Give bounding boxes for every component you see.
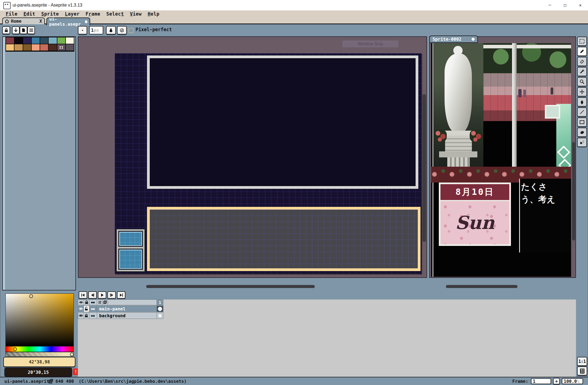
frame-number-field[interactable]: 1 (531, 378, 551, 384)
palette-swatch-r1-4[interactable] (40, 37, 48, 44)
previous-frame-button[interactable] (88, 291, 97, 299)
close-button[interactable]: ✕ (573, 0, 588, 10)
menu-view[interactable]: View (127, 11, 145, 17)
tool-bar (577, 37, 587, 148)
layer-lock-icon-main-panel[interactable] (84, 305, 89, 312)
tool-line[interactable] (577, 107, 587, 117)
ink-type-button[interactable] (117, 26, 127, 34)
last-frame-button[interactable] (117, 291, 125, 299)
preview-horizontal-scrollbar[interactable] (446, 285, 518, 288)
tool-pencil[interactable] (577, 47, 587, 56)
palette-swatch-r1-3[interactable] (32, 37, 40, 44)
layer-onion-icon-main-panel[interactable]: ●● (89, 305, 97, 312)
frame-header-1[interactable]: 1 (157, 299, 163, 305)
zoom-field[interactable]: 100.0% (562, 378, 583, 384)
preview-tab[interactable]: Sprite-0002 (429, 36, 478, 43)
palette-lock-button[interactable] (2, 26, 10, 34)
add-frame-button[interactable]: + (553, 378, 560, 384)
speech-line-1: たくさ (521, 180, 570, 193)
sprite-white-panel (147, 55, 418, 189)
calendar-date: 8月10日 (440, 184, 509, 201)
tool-contour[interactable] (577, 128, 587, 137)
palette-scrollbar[interactable] (3, 37, 5, 290)
modified-indicator-dot (85, 20, 87, 23)
tool-eyedropper[interactable] (577, 67, 587, 76)
title-bar: ui-panels.aseprite - Aseprite v1.3.13 ─ … (0, 0, 588, 11)
timeline-toggle-button[interactable] (577, 366, 587, 375)
menu-layer[interactable]: Layer (62, 11, 83, 17)
color-gradient-picker[interactable] (5, 293, 74, 346)
layer-name-main-panel[interactable]: main-panel (97, 305, 157, 312)
menu-select[interactable]: Select (103, 11, 127, 17)
menu-sprite[interactable]: Sprite (38, 11, 62, 17)
next-frame-button[interactable] (107, 291, 116, 299)
layer-cel-main-panel[interactable] (157, 305, 163, 312)
menu-file[interactable]: File (3, 11, 20, 17)
tab-home[interactable]: Home X (2, 17, 45, 24)
palette-swatch-r1-0[interactable] (6, 37, 14, 44)
layer-name-background[interactable]: background (97, 312, 157, 319)
palette-swatch-r1-1[interactable] (14, 37, 22, 44)
artwork-white-line (433, 43, 433, 277)
palette-options-menu-button[interactable] (27, 26, 35, 34)
layer-onion-icon-background[interactable]: ●● (89, 312, 97, 319)
palette-sort-button[interactable] (12, 26, 20, 34)
pixel-perfect-checkbox[interactable] (128, 28, 134, 33)
minimize-button[interactable]: ─ (542, 0, 557, 10)
layer-lock-icon-background[interactable] (84, 312, 89, 319)
canvas-horizontal-scrollbar[interactable] (146, 285, 315, 288)
tool-jumble[interactable] (577, 138, 587, 147)
sprite-canvas[interactable] (115, 53, 422, 274)
zoom-1-1-button[interactable]: 1:1 (577, 357, 587, 366)
palette-swatch-r1-7[interactable] (66, 37, 74, 44)
pixel-perfect-label: Pixel-perfect (136, 27, 172, 32)
background-color-button[interactable]: 20°30,15 (4, 368, 72, 377)
palette-swatch-r2-5[interactable] (49, 44, 57, 51)
palette-swatch-r2-1[interactable] (14, 44, 22, 51)
palette-swatch-r1-5[interactable] (49, 37, 57, 44)
preview-vertical-scrollbar[interactable] (572, 142, 575, 240)
foreground-color-button[interactable]: 42°38,98 (3, 357, 75, 367)
menu-frame[interactable]: Frame (83, 11, 103, 17)
alpha-marker[interactable] (70, 352, 74, 356)
header-eye-icon[interactable] (78, 299, 84, 305)
play-button[interactable] (98, 291, 106, 299)
header-onion-icon[interactable]: ●● (89, 299, 97, 305)
zoom-value: 100.0 (564, 379, 577, 384)
tool-move[interactable] (577, 87, 587, 96)
brush-type-button[interactable] (78, 26, 87, 34)
header-lock-icon[interactable] (84, 299, 89, 305)
header-cel-icon[interactable] (102, 299, 108, 305)
menu-help[interactable]: Help (145, 11, 163, 17)
tool-rectangular-marquee[interactable] (577, 37, 587, 46)
tool-rectangle[interactable] (577, 117, 587, 127)
canvas-vertical-scrollbar[interactable] (422, 94, 426, 242)
menu-edit[interactable]: Edit (20, 11, 38, 17)
tab-home-close-icon[interactable]: X (39, 19, 42, 24)
tool-paint-bucket[interactable] (577, 97, 587, 107)
layer-eye-icon-main-panel[interactable] (78, 305, 84, 312)
first-frame-button[interactable] (79, 291, 87, 299)
ink-button[interactable] (106, 26, 116, 34)
gradient-marker[interactable] (29, 294, 33, 298)
palette-swatch-r2-2[interactable] (23, 44, 31, 51)
move-icon (579, 89, 585, 95)
tab-active-document[interactable]: ui-panels.asepr (46, 17, 90, 25)
brush-size-field[interactable]: 1px (89, 26, 103, 34)
alpha-slider[interactable] (5, 352, 74, 357)
hue-marker[interactable] (13, 347, 17, 351)
tool-eraser[interactable] (577, 57, 587, 66)
palette-swatch-r2-4[interactable] (40, 44, 48, 51)
playback-controls (79, 291, 125, 299)
palette-presets-button[interactable] (20, 26, 27, 34)
palette-swatch-r1-6[interactable] (57, 37, 65, 44)
palette-swatch-r1-2[interactable] (23, 37, 31, 44)
tool-zoom[interactable] (577, 77, 587, 86)
artwork-sign (545, 105, 560, 119)
header-flow-icon[interactable] (97, 299, 102, 305)
palette-swatch-r2-3[interactable] (32, 44, 40, 51)
layer-cel-background[interactable] (157, 312, 163, 319)
layer-eye-icon-background[interactable] (78, 312, 84, 319)
palette-swatch-r2-0[interactable] (6, 44, 14, 51)
maximize-button[interactable]: □ (557, 0, 573, 10)
